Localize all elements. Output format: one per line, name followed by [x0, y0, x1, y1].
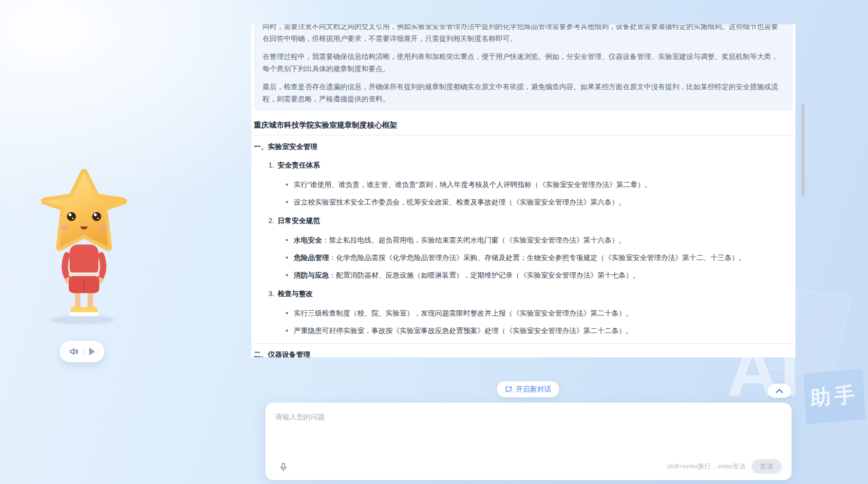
bullet-item: 危险品管理：化学危险品需按《化学危险品管理办法》采购、存储及处置；生物安全参照专… [285, 252, 793, 263]
divider [254, 343, 793, 344]
new-chat-label: 开启新对话 [516, 385, 551, 394]
thinking-paragraph: 同时，需要注意不同文档之间的交叉引用，例如实验室安全管理办法中提到的化学危险品管… [263, 24, 784, 45]
numbered-heading: 1.安全责任体系 [268, 159, 793, 171]
bullet-item: 实行“谁使用、谁负责，谁主管、谁负责”原则，纳入年度考核及个人评聘指标（《实验室… [285, 179, 793, 190]
assistant-thinking-block: 同时，需要注意不同文档之间的交叉引用，例如实验室安全管理办法中提到的化学危险品管… [254, 24, 793, 111]
new-chat-icon [505, 386, 512, 393]
star-mascot-illustration [39, 161, 129, 324]
scrollbar-thumb[interactable] [801, 103, 805, 197]
item-heading: 日常安全规范 [278, 217, 320, 224]
star-mascot [39, 161, 129, 326]
message-input-card: shift+enter换行，enter发送 发送 [265, 403, 792, 480]
divider [254, 135, 793, 135]
collapse-button[interactable] [768, 384, 791, 398]
chevron-up-icon [775, 389, 783, 393]
question-input[interactable] [268, 406, 707, 454]
bullet-list: 实行“谁使用、谁负责，谁主管、谁负责”原则，纳入年度考核及个人评聘指标（《实验室… [285, 179, 793, 208]
assistant-answer: 重庆城市科技学院实验室规章制度核心框架 一、实验室安全管理 1.安全责任体系 实… [251, 120, 795, 357]
play-icon[interactable] [89, 348, 95, 355]
microphone-button[interactable] [277, 461, 290, 473]
answer-title: 重庆城市科技学院实验室规章制度核心框架 [254, 120, 793, 130]
numbered-heading: 2.日常安全规范 [268, 215, 793, 226]
item-number: 3. [268, 290, 274, 298]
audio-controls [59, 341, 104, 362]
watermark-assistant-text: 助手 [810, 381, 860, 412]
bullet-item: 水电安全：禁止私拉电线、超负荷用电，实验结束需关闭水电门窗（《实验室安全管理办法… [285, 234, 793, 246]
section-2-heading: 二、仪器设备管理 [254, 349, 793, 357]
thinking-paragraph: 在整理过程中，我需要确保信息结构清晰，使用列表和加粗突出重点，便于用户快速浏览。… [263, 51, 784, 75]
watermark-assistant-panel: 助手 [803, 369, 865, 424]
microphone-icon [279, 462, 288, 472]
send-button[interactable]: 发送 [752, 459, 782, 474]
send-hint: shift+enter换行，enter发送 [667, 462, 746, 471]
bullet-item: 消防与应急：配置消防器材、应急设施（如喷淋装置），定期维护记录（《实验室安全管理… [285, 269, 793, 281]
bullet-item: 设立校实验室技术安全工作委员会，统筹安全政策、检查及事故处理（《实验室安全管理办… [285, 196, 793, 208]
item-number: 1. [268, 161, 274, 169]
chat-message-panel: 同时，需要注意不同文档之间的交叉引用，例如实验室安全管理办法中提到的化学危险品管… [251, 24, 795, 357]
speaker-icon[interactable] [69, 346, 79, 357]
bullet-list: 水电安全：禁止私拉电线、超负荷用电，实验结束需关闭水电门窗（《实验室安全管理办法… [285, 234, 793, 281]
item-number: 2. [268, 217, 274, 224]
new-chat-button[interactable]: 开启新对话 [497, 381, 559, 397]
item-heading: 安全责任体系 [278, 161, 320, 169]
bullet-item: 实行三级检查制度（校、院、实验室），发现问题需限时整改并上报（《实验室安全管理办… [285, 307, 793, 319]
audio-divider [84, 348, 85, 355]
bullet-item: 严重隐患可封停实验室，事故按《实验室事故应急处置预案》处理（《实验室安全管理办法… [285, 325, 793, 336]
section-1-heading: 一、实验室安全管理 [254, 141, 793, 152]
thinking-paragraph: 最后，检查是否存在遗漏的信息，并确保所有提到的规章制度都确实在原文中有依据，避免… [263, 81, 784, 105]
item-heading: 检查与整改 [278, 290, 313, 298]
numbered-heading: 3.检查与整改 [268, 288, 793, 299]
bullet-list: 实行三级检查制度（校、院、实验室），发现问题需限时整改并上报（《实验室安全管理办… [285, 307, 793, 336]
send-row: shift+enter换行，enter发送 发送 [667, 459, 782, 474]
